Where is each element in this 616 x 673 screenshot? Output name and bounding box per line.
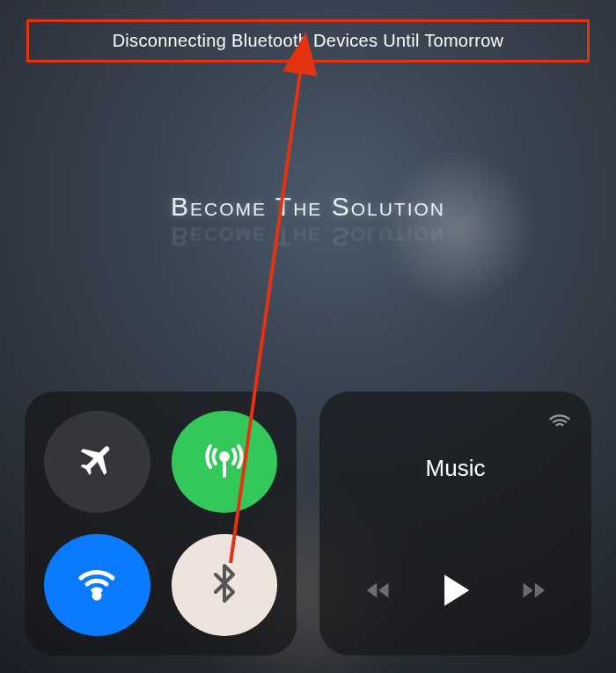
play-button[interactable] <box>439 573 473 611</box>
svg-marker-9 <box>534 582 544 597</box>
svg-marker-6 <box>366 582 376 597</box>
svg-marker-8 <box>523 582 532 597</box>
bluetooth-icon <box>203 562 246 608</box>
antenna-icon <box>203 439 246 485</box>
svg-marker-5 <box>378 582 388 597</box>
media-controls <box>319 573 591 611</box>
connectivity-grid <box>44 411 277 636</box>
cellular-data-button[interactable] <box>172 411 278 513</box>
airplane-icon <box>76 439 118 485</box>
svg-marker-7 <box>444 574 469 605</box>
watermark-text: Become The Solution <box>0 192 616 222</box>
control-center: Music <box>25 391 591 655</box>
bluetooth-status-banner: Disconnecting Bluetooth Devices Until To… <box>26 19 590 62</box>
watermark-reflection: Become The Solution <box>0 222 616 252</box>
music-panel[interactable]: Music <box>319 391 591 655</box>
wifi-button[interactable] <box>44 534 150 636</box>
bluetooth-button[interactable] <box>172 534 278 636</box>
connectivity-panel[interactable] <box>25 391 297 655</box>
next-track-button[interactable] <box>515 578 548 606</box>
airplay-icon[interactable] <box>547 407 572 432</box>
previous-track-button[interactable] <box>363 578 397 606</box>
watermark-label: Become The Solution <box>171 192 445 221</box>
airplane-mode-button[interactable] <box>44 411 150 513</box>
wifi-icon <box>76 562 118 608</box>
music-title: Music <box>319 455 591 482</box>
svg-point-4 <box>94 593 99 598</box>
